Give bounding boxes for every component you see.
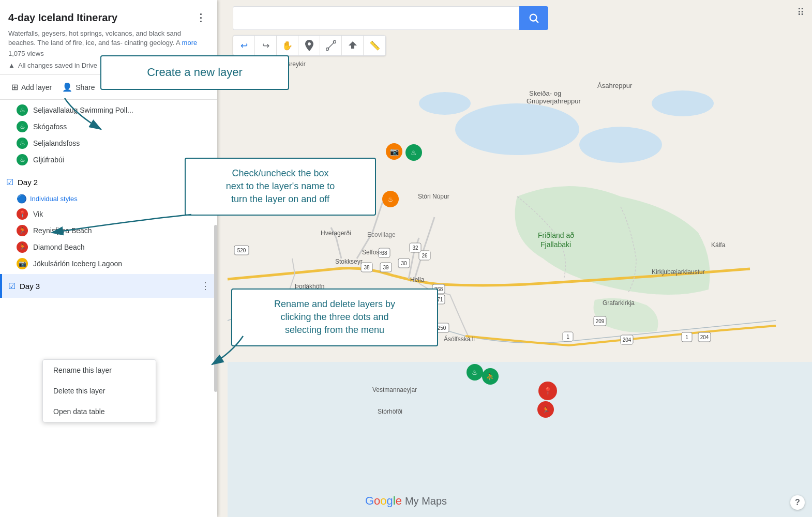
layer-day3-header[interactable]: ☑ Day 3 ⋮	[8, 276, 213, 296]
svg-rect-4	[228, 362, 812, 517]
individual-styles-row[interactable]: 🔵 Individual styles	[6, 192, 213, 206]
svg-text:Hella: Hella	[410, 276, 425, 283]
svg-text:520: 520	[237, 248, 246, 253]
google-text: Google	[365, 494, 402, 508]
directions-button[interactable]	[342, 36, 364, 55]
place-gljufrabui[interactable]: ♨ Gljúfrabúi	[6, 151, 213, 168]
svg-rect-11	[380, 263, 392, 272]
place-icon-diamond-beach: 🏃	[17, 241, 28, 253]
my-maps-text: My Maps	[405, 495, 447, 507]
search-input[interactable]	[233, 6, 519, 30]
svg-line-74	[328, 43, 334, 49]
undo-button[interactable]: ↩	[233, 36, 255, 55]
layer-day3-options-button[interactable]: ⋮	[198, 279, 213, 293]
svg-text:1: 1	[566, 334, 569, 340]
context-menu-delete[interactable]: Delete this layer	[43, 381, 156, 401]
place-name-diamond-beach: Diamond Beach	[33, 243, 85, 251]
svg-text:📷: 📷	[390, 147, 399, 156]
svg-point-37	[386, 143, 402, 160]
pan-button[interactable]: ✋	[277, 36, 298, 55]
map-toolbar: ↩ ↪ ✋ 📏	[233, 35, 386, 56]
place-name-jokulsarlon: Jökulsárlón Iceberg Lagoon	[33, 260, 122, 268]
place-seljalandsfoss[interactable]: ♨ Seljalandsfoss	[6, 135, 213, 151]
svg-text:Stóri Núpur: Stóri Núpur	[418, 193, 449, 200]
draw-line-button[interactable]	[320, 36, 342, 55]
svg-rect-19	[563, 332, 573, 341]
svg-rect-7	[379, 248, 390, 257]
callout-new-layer: Create a new layer	[100, 55, 289, 90]
google-my-maps-logo: Google My Maps	[365, 494, 447, 508]
svg-text:Vestmannaeyjar: Vestmannaeyjar	[372, 386, 417, 393]
place-icon-reynisfjara: 🏃	[17, 225, 28, 236]
svg-point-49	[537, 401, 554, 418]
share-icon: 👤	[62, 82, 72, 92]
svg-text:♨: ♨	[387, 195, 394, 203]
svg-point-45	[482, 368, 499, 385]
svg-rect-5	[398, 258, 410, 268]
more-link[interactable]: more	[182, 39, 198, 47]
svg-point-3	[419, 92, 471, 115]
svg-text:204: 204	[623, 337, 631, 343]
svg-text:209: 209	[596, 318, 605, 324]
svg-text:Stórhöfði: Stórhöfði	[378, 408, 402, 415]
search-button[interactable]	[519, 6, 548, 30]
svg-text:🏃: 🏃	[542, 406, 550, 414]
layer-day3-checkbox[interactable]: ☑	[8, 281, 16, 291]
svg-text:♨: ♨	[411, 149, 417, 157]
svg-rect-13	[361, 263, 372, 272]
drive-icon: ▲	[8, 62, 15, 69]
svg-point-41	[382, 191, 399, 207]
individual-styles-label: Individual styles	[30, 195, 78, 203]
svg-text:Gnúpverjahreppur: Gnúpverjahreppur	[527, 97, 581, 105]
svg-text:38: 38	[364, 265, 370, 270]
svg-text:Kálfa: Kálfa	[711, 241, 726, 249]
add-layer-button[interactable]: ⊞ Add layer	[6, 79, 57, 95]
svg-point-1	[579, 127, 662, 163]
place-icon-skogafoss: ♨	[17, 121, 28, 132]
context-menu: Rename this layer Delete this layer Open…	[42, 359, 156, 422]
place-icon-seljavallalaug: ♨	[17, 104, 28, 116]
svg-text:Stokkseyr: Stokkseyr	[335, 258, 363, 265]
measure-button[interactable]: 📏	[364, 36, 385, 55]
svg-text:Kirkjubæjarklaustur: Kirkjubæjarklaustur	[652, 268, 705, 276]
map-description: Waterfalls, geysers, hot springs, volcan…	[8, 29, 209, 48]
svg-rect-9	[419, 251, 430, 260]
individual-styles-icon: 🔵	[17, 194, 27, 204]
svg-text:Ásahreppur: Ásahreppur	[597, 82, 633, 89]
svg-text:26: 26	[422, 253, 428, 258]
layer-day2-checkbox[interactable]: ☑	[6, 177, 13, 187]
place-icon-seljalandsfoss: ♨	[17, 138, 28, 149]
grid-icon[interactable]: ⠿	[797, 6, 805, 19]
svg-text:Ecovillage: Ecovillage	[367, 231, 396, 238]
context-menu-open-table[interactable]: Open data table	[43, 401, 156, 422]
svg-text:Grafarkirkja: Grafarkirkja	[603, 299, 635, 307]
place-icon-vik: 📍	[17, 208, 28, 220]
help-button[interactable]: ?	[790, 495, 805, 510]
add-marker-button[interactable]	[298, 36, 320, 55]
search-bar	[233, 6, 548, 30]
svg-point-43	[467, 364, 483, 381]
place-jokulsarlon[interactable]: 📷 Jökulsárlón Iceberg Lagoon	[6, 255, 213, 272]
svg-text:Skeiða- og: Skeiða- og	[529, 89, 561, 97]
svg-text:1: 1	[685, 334, 688, 340]
svg-text:Ásólfsská li: Ásólfsská li	[444, 335, 475, 343]
svg-text:📍: 📍	[543, 387, 553, 396]
svg-text:⛹: ⛹	[486, 372, 495, 381]
layer-day2-header[interactable]: ☑ Day 2 ⋮	[6, 172, 213, 192]
svg-rect-27	[594, 316, 606, 326]
place-diamond-beach[interactable]: 🏃 Diamond Beach	[6, 239, 213, 255]
context-menu-rename[interactable]: Rename this layer	[43, 360, 156, 381]
svg-line-71	[536, 20, 538, 22]
redo-button[interactable]: ↪	[255, 36, 277, 55]
map-options-button[interactable]: ⋮	[192, 9, 209, 26]
map-description-text: Waterfalls, geysers, hot springs, volcan…	[8, 29, 181, 47]
svg-text:39: 39	[383, 265, 389, 270]
svg-rect-21	[621, 335, 633, 344]
callout-rename: Rename and delete layers byclicking the …	[231, 288, 438, 346]
place-icon-gljufrabui: ♨	[17, 154, 28, 165]
svg-point-0	[455, 103, 579, 155]
map-title: 4-day Iceland Itinerary ⋮	[8, 9, 209, 26]
svg-text:Selfoss: Selfoss	[362, 249, 382, 256]
map-title-text: 4-day Iceland Itinerary	[8, 12, 117, 24]
svg-text:Friðland að: Friðland að	[538, 231, 574, 239]
